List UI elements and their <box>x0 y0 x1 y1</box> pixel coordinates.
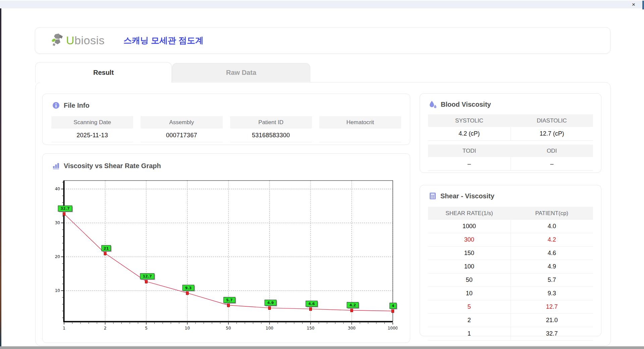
ubiosis-logo-icon <box>51 33 66 48</box>
table-row: 10004.0 <box>428 220 593 233</box>
window-titlebar: × <box>0 0 644 8</box>
shear-rate-cell: 100 <box>428 260 511 273</box>
field-value: 000717367 <box>141 129 222 142</box>
svg-text:4.9: 4.9 <box>267 301 274 305</box>
todi-label: TODI <box>428 145 511 157</box>
patient-cell: 5.7 <box>511 273 593 287</box>
shear-viscosity-title-row: Shear - Viscosity <box>429 192 494 200</box>
table-row: 109.3 <box>428 287 593 300</box>
patient-column-header: PATIENT(cp) <box>511 207 593 220</box>
svg-text:32.7: 32.7 <box>60 206 69 211</box>
logo-text-u: U <box>66 34 74 47</box>
blood-viscosity-title: Blood Viscosity <box>441 101 491 108</box>
file-info-title: File Info <box>64 102 90 109</box>
systolic-label: SYSTOLIC <box>428 114 511 127</box>
svg-text:1000: 1000 <box>388 326 397 331</box>
field-label: Scanning Date <box>51 116 133 129</box>
window-edge-right <box>642 1 644 9</box>
field-value: 53168583300 <box>230 129 312 142</box>
todi-value: – <box>428 157 511 170</box>
bar-chart-icon <box>52 162 60 170</box>
svg-text:4.2: 4.2 <box>350 303 356 307</box>
diastolic-label: DIASTOLIC <box>511 114 593 127</box>
svg-text:5: 5 <box>145 326 148 331</box>
patient-cell: 4.6 <box>511 247 593 260</box>
table-header-row: SHEAR RATE(1/s) PATIENT(cp) <box>428 207 593 220</box>
viscosity-chart: 125105010015030010001020304032.72112.79.… <box>55 178 397 335</box>
shear-rate-cell: 10 <box>428 287 511 300</box>
patient-cell: 4.9 <box>511 260 593 273</box>
table-row: 512.7 <box>428 300 593 314</box>
shear-rate-cell: 2 <box>428 314 511 327</box>
field-label: Hematocrit <box>319 116 401 129</box>
shear-viscosity-table: SHEAR RATE(1/s) PATIENT(cp) 10004.03004.… <box>428 207 593 341</box>
svg-text:10: 10 <box>185 326 190 331</box>
patient-cell: 32.7 <box>511 327 593 341</box>
svg-text:10: 10 <box>55 288 60 293</box>
tab-result[interactable]: Result <box>35 62 172 83</box>
svg-text:21: 21 <box>104 246 109 251</box>
systolic-value: 4.2 (cP) <box>428 127 511 140</box>
graph-title: Viscosity vs Shear Rate Graph <box>64 162 161 170</box>
blood-viscosity-title-row: Blood Viscosity <box>429 100 491 109</box>
svg-text:50: 50 <box>226 326 231 331</box>
ubiosis-logo: Ubiosis <box>51 33 105 48</box>
calculator-icon <box>429 192 437 200</box>
table-row: 132.7 <box>428 327 593 341</box>
svg-text:100: 100 <box>266 326 273 331</box>
shear-rate-cell: 1 <box>428 327 511 341</box>
table-row: 1504.6 <box>428 247 593 260</box>
table-row: 3004.2 <box>428 233 593 247</box>
shear-rate-column-header: SHEAR RATE(1/s) <box>428 207 511 220</box>
svg-text:150: 150 <box>307 326 315 331</box>
odi-label: ODI <box>511 145 593 157</box>
field-value <box>319 129 401 142</box>
field-scanning-date: Scanning Date 2025-11-13 <box>51 116 133 142</box>
svg-text:1: 1 <box>63 326 65 331</box>
field-assembly: Assembly 000717367 <box>141 116 222 142</box>
field-label: Patient ID <box>230 116 312 129</box>
blood-viscosity-card: Blood Viscosity SYSTOLIC DIASTOLIC 4.2 (… <box>420 93 601 173</box>
bv-value-row-2: – – <box>428 157 593 171</box>
odi-value: – <box>511 157 593 170</box>
bv-header-row-1: SYSTOLIC DIASTOLIC <box>428 114 593 127</box>
table-row: 1004.9 <box>428 260 593 273</box>
window-edge-bottom <box>0 346 644 349</box>
svg-text:2: 2 <box>104 326 107 331</box>
shear-rate-cell: 5 <box>428 300 511 314</box>
shear-rate-cell: 1000 <box>428 220 511 233</box>
field-label: Assembly <box>141 116 222 129</box>
shear-rate-cell: 300 <box>428 233 511 247</box>
svg-text:30: 30 <box>55 220 60 225</box>
field-patient-id: Patient ID 53168583300 <box>230 116 312 142</box>
graph-title-row: Viscosity vs Shear Rate Graph <box>52 162 161 170</box>
table-row: 505.7 <box>428 273 593 287</box>
svg-text:12.7: 12.7 <box>143 274 152 279</box>
patient-cell: 12.7 <box>511 300 593 314</box>
viscosity-chart-container: 125105010015030010001020304032.72112.79.… <box>55 178 397 336</box>
bv-value-row-1: 4.2 (cP) 12.7 (cP) <box>428 127 593 141</box>
field-hematocrit: Hematocrit <box>319 116 401 142</box>
svg-text:5.7: 5.7 <box>226 298 233 302</box>
svg-text:20: 20 <box>55 254 60 259</box>
diastolic-value: 12.7 (cP) <box>511 127 593 140</box>
patient-cell: 4.0 <box>511 220 593 233</box>
file-info-card: File Info Scanning Date 2025-11-13 Assem… <box>42 94 410 145</box>
svg-text:40: 40 <box>55 187 60 191</box>
patient-cell: 4.2 <box>511 233 593 247</box>
patient-cell: 21.0 <box>511 314 593 327</box>
file-info-title-row: File Info <box>52 101 90 109</box>
close-button[interactable]: × <box>630 1 637 8</box>
droplets-icon <box>429 100 437 109</box>
patient-cell: 9.3 <box>511 287 593 300</box>
table-row: 221.0 <box>428 314 593 327</box>
app-title: 스캐닝 모세관 점도계 <box>123 35 204 46</box>
header-card: Ubiosis 스캐닝 모세관 점도계 <box>35 27 610 54</box>
field-value: 2025-11-13 <box>51 129 133 142</box>
file-info-fields: Scanning Date 2025-11-13 Assembly 000717… <box>51 116 401 142</box>
logo-text-biosis: biosis <box>74 34 105 47</box>
svg-text:4.6: 4.6 <box>308 302 315 306</box>
tab-raw-data[interactable]: Raw Data <box>172 63 310 82</box>
shear-viscosity-card: Shear - Viscosity SHEAR RATE(1/s) PATIEN… <box>420 185 601 336</box>
svg-text:300: 300 <box>348 326 356 331</box>
